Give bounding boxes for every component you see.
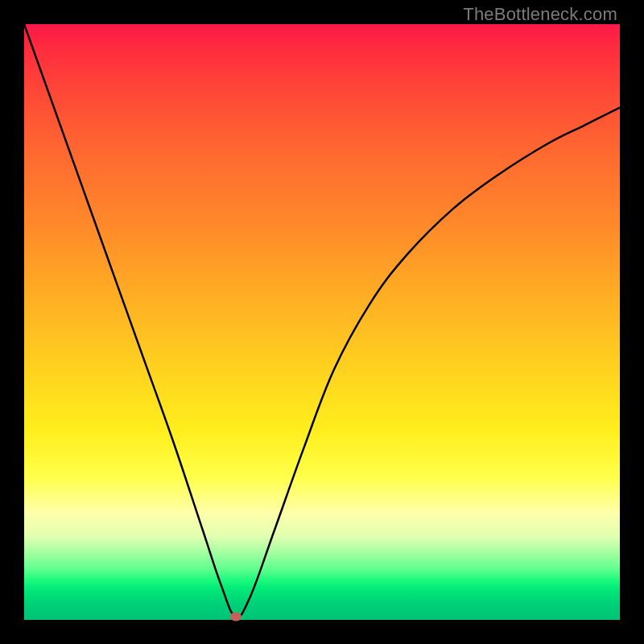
optimum-marker — [230, 613, 242, 621]
bottleneck-curve — [24, 24, 620, 620]
watermark-text: TheBottleneck.com — [463, 4, 617, 25]
